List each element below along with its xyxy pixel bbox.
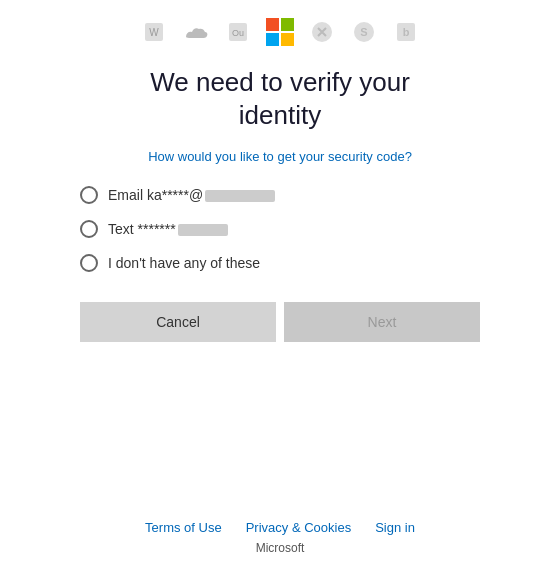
text-radio[interactable] xyxy=(80,220,98,238)
email-blurred xyxy=(205,190,275,202)
text-blurred xyxy=(178,224,228,236)
svg-text:S: S xyxy=(360,26,367,38)
title-section: We need to verify your identity xyxy=(110,66,450,131)
svg-text:W: W xyxy=(149,27,159,38)
brand-label: Microsoft xyxy=(256,541,305,555)
email-label: Email ka*****@ xyxy=(108,187,275,203)
security-question: How would you like to get your security … xyxy=(148,149,412,164)
terms-link[interactable]: Terms of Use xyxy=(145,520,222,535)
word-icon: W xyxy=(140,18,168,46)
svg-text:b: b xyxy=(403,26,410,38)
footer-links: Terms of Use Privacy & Cookies Sign in xyxy=(145,520,415,535)
none-option[interactable]: I don't have any of these xyxy=(80,254,480,272)
footer: Terms of Use Privacy & Cookies Sign in M… xyxy=(145,520,415,575)
onedrive-icon xyxy=(182,18,210,46)
svg-text:Ou: Ou xyxy=(232,28,244,38)
signin-link[interactable]: Sign in xyxy=(375,520,415,535)
cancel-button[interactable]: Cancel xyxy=(80,302,276,342)
outlook-icon: Ou xyxy=(224,18,252,46)
buttons-section: Cancel Next xyxy=(0,302,560,342)
email-option[interactable]: Email ka*****@ xyxy=(80,186,480,204)
none-label: I don't have any of these xyxy=(108,255,260,271)
app-icons-bar: W Ou S b xyxy=(140,18,420,46)
bing-icon: b xyxy=(392,18,420,46)
email-radio[interactable] xyxy=(80,186,98,204)
text-option[interactable]: Text ******* xyxy=(80,220,480,238)
options-section: Email ka*****@ Text ******* I don't have… xyxy=(0,186,560,272)
microsoft-logo xyxy=(266,18,294,46)
skype-icon: S xyxy=(350,18,378,46)
page-title: We need to verify your identity xyxy=(150,66,410,131)
privacy-link[interactable]: Privacy & Cookies xyxy=(246,520,351,535)
xbox-icon xyxy=(308,18,336,46)
none-radio[interactable] xyxy=(80,254,98,272)
next-button[interactable]: Next xyxy=(284,302,480,342)
text-label: Text ******* xyxy=(108,221,228,237)
